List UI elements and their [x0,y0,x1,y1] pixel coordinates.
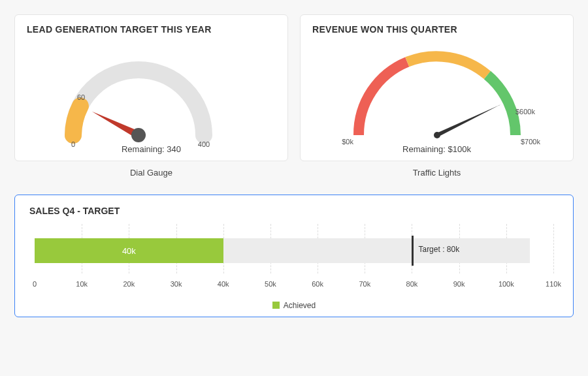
bar-value-label: 40k [122,246,136,256]
axis-tick: 20k [123,280,135,288]
axis-tick: 10k [76,280,88,288]
traffic-gauge-card: REVENUE WON THIS QUARTER $0k $700k $600k [300,14,574,161]
dial-gauge: 0 400 60 [27,37,276,148]
traffic-caption: Traffic Lights [300,168,574,178]
sales-bar-chart: 40k Target : 80k [35,232,553,271]
dial-gauge-card: LEAD GENERATION TARGET THIS YEAR 0 400 6… [14,14,288,161]
dial-title: LEAD GENERATION TARGET THIS YEAR [27,24,276,35]
axis-tick: 50k [265,280,276,288]
svg-point-3 [434,132,440,138]
axis-tick: 30k [171,280,182,288]
axis-tick: 60k [312,280,323,288]
axis-tick: 100k [498,280,514,288]
axis-tick: 80k [406,280,418,288]
target-line [412,236,414,266]
traffic-value-label: $600k [515,108,535,116]
svg-point-1 [131,128,146,142]
axis-tick: 0 [33,280,37,288]
traffic-title: REVENUE WON THIS QUARTER [312,24,561,35]
target-label: Target : 80k [418,245,459,254]
sales-card[interactable]: SALES Q4 - TARGET 40k Target : 80k 010k2… [14,195,574,317]
sales-axis: 010k20k30k40k50k60k70k80k90k100k110k [35,277,553,292]
dial-min-label: 0 [71,140,74,148]
sales-legend: Achieved [29,301,559,310]
bar-achieved: 40k [35,238,223,263]
axis-tick: 90k [453,280,465,288]
axis-tick: 110k [546,280,561,288]
legend-label: Achieved [284,301,316,310]
svg-marker-2 [436,102,501,136]
traffic-max-label: $700k [521,138,540,146]
dial-caption: Dial Gauge [14,168,288,178]
axis-tick: 70k [359,280,370,288]
axis-tick: 40k [218,280,229,288]
legend-swatch-achieved [272,302,280,309]
dial-value-label: 60 [76,93,84,101]
sales-title: SALES Q4 - TARGET [29,206,559,216]
traffic-gauge: $0k $700k $600k [312,37,561,148]
dial-max-label: 400 [197,140,209,148]
traffic-min-label: $0k [342,138,353,146]
